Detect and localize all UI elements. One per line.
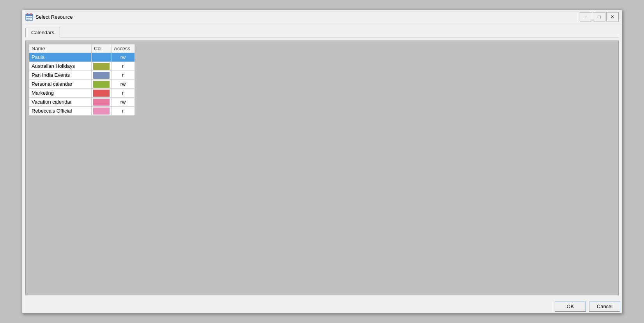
- cell-color: [92, 97, 111, 106]
- svg-rect-1: [26, 14, 33, 16]
- cell-name: Pan India Events: [29, 71, 92, 79]
- dialog-footer: OK Cancel: [22, 298, 622, 313]
- cell-name: Paula: [29, 53, 92, 62]
- table-row[interactable]: Marketingr: [29, 88, 135, 97]
- app-icon: [25, 13, 33, 21]
- title-bar: Select Resource – □ ✕: [22, 10, 622, 24]
- col-header-name: Name: [29, 44, 92, 53]
- cell-color: [92, 53, 111, 62]
- cell-name: Rebecca's Official: [29, 106, 92, 115]
- tab-content-calendars: Name Col Access PaularwAustralian Holida…: [25, 41, 619, 295]
- cell-name: Marketing: [29, 88, 92, 97]
- tab-strip: Calendars: [25, 27, 619, 37]
- table-header-row: Name Col Access: [29, 44, 135, 53]
- cell-name: Australian Holidays: [29, 62, 92, 71]
- table-row[interactable]: Rebecca's Officialr: [29, 106, 135, 115]
- svg-rect-8: [28, 19, 30, 19]
- cell-color: [92, 88, 111, 97]
- cell-name: Vacation calendar: [29, 97, 92, 106]
- tab-calendars[interactable]: Calendars: [25, 28, 60, 37]
- cell-access: r: [111, 88, 135, 97]
- table-row[interactable]: Australian Holidaysr: [29, 62, 135, 71]
- col-header-col: Col: [92, 44, 111, 53]
- cell-name: Personal calendar: [29, 79, 92, 88]
- svg-rect-4: [27, 17, 28, 18]
- cell-access: r: [111, 71, 135, 79]
- cell-access: rw: [111, 79, 135, 88]
- svg-rect-3: [30, 13, 32, 15]
- window-body: Calendars Name Col Access PaularwAustral…: [22, 24, 622, 298]
- svg-rect-5: [28, 17, 30, 18]
- cell-color: [92, 62, 111, 71]
- cell-color: [92, 106, 111, 115]
- table-row[interactable]: Personal calendarrw: [29, 79, 135, 88]
- select-resource-window: Select Resource – □ ✕ Calendars Name Col…: [22, 10, 622, 314]
- ok-button[interactable]: OK: [555, 302, 586, 312]
- minimize-button[interactable]: –: [580, 12, 592, 21]
- cell-access: r: [111, 62, 135, 71]
- cancel-button[interactable]: Cancel: [589, 302, 620, 312]
- col-header-access: Access: [111, 44, 135, 53]
- table-row[interactable]: Pan India Eventsr: [29, 71, 135, 79]
- maximize-button[interactable]: □: [593, 12, 605, 21]
- table-row[interactable]: Paularw: [29, 53, 135, 62]
- cell-color: [92, 71, 111, 79]
- table-row[interactable]: Vacation calendarrw: [29, 97, 135, 106]
- svg-rect-2: [27, 13, 28, 15]
- window-controls: – □ ✕: [580, 12, 619, 21]
- cell-color: [92, 79, 111, 88]
- cell-access: r: [111, 106, 135, 115]
- cell-access: rw: [111, 97, 135, 106]
- window-title: Select Resource: [35, 14, 580, 20]
- cell-access: rw: [111, 53, 135, 62]
- svg-rect-6: [30, 17, 32, 18]
- calendars-table: Name Col Access PaularwAustralian Holida…: [29, 44, 135, 116]
- close-button[interactable]: ✕: [606, 12, 619, 21]
- svg-rect-7: [27, 19, 28, 19]
